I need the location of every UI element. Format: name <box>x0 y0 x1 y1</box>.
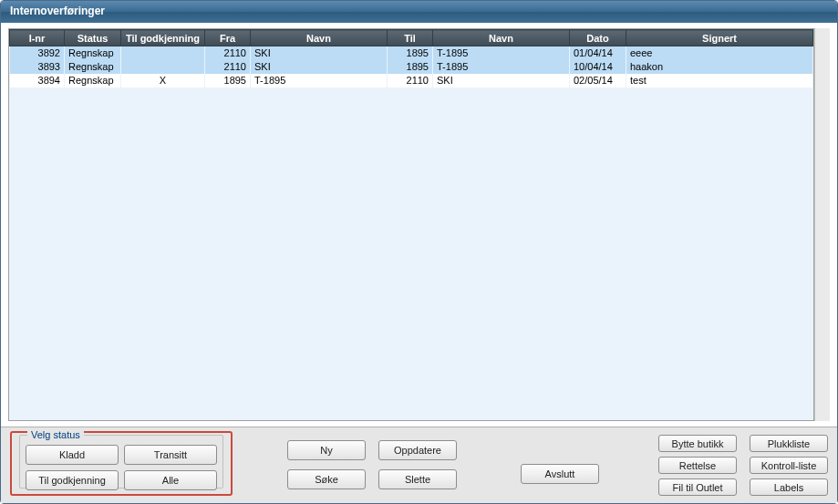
avslutt-group: Avslutt <box>521 431 599 496</box>
cell-navn1: T-1895 <box>251 74 388 87</box>
window-title: Internoverføringer <box>10 5 105 17</box>
cell-inr: 3892 <box>10 46 65 60</box>
fil-til-outlet-button[interactable]: Fil til Outlet <box>658 478 737 496</box>
content-area: I-nr Status Til godkjenning Fra Navn Til… <box>1 23 837 427</box>
col-status[interactable]: Status <box>65 30 121 46</box>
col-til[interactable]: Til <box>388 30 433 46</box>
cell-status: Regnskap <box>65 46 121 60</box>
cell-status: Regnskap <box>65 74 121 87</box>
col-fra[interactable]: Fra <box>205 30 251 46</box>
slette-button[interactable]: Slette <box>378 469 457 489</box>
til-godkjenning-button[interactable]: Til godkjenning <box>26 470 119 490</box>
table-row[interactable]: 3892Regnskap2110SKI1895T-189501/04/14eee… <box>10 46 813 60</box>
col-dato[interactable]: Dato <box>570 30 626 46</box>
vertical-scrollbar[interactable] <box>814 28 830 421</box>
kontroll-liste-button[interactable]: Kontroll-liste <box>750 457 828 474</box>
mid-button-group: Ny Søke Oppdatere Slette <box>287 431 457 496</box>
titlebar: Internoverføringer <box>1 1 837 23</box>
cell-signert: eeee <box>626 46 813 60</box>
grid-header: I-nr Status Til godkjenning Fra Navn Til… <box>10 30 813 46</box>
avslutt-button[interactable]: Avslutt <box>521 464 599 484</box>
cell-navn2: T-1895 <box>433 46 570 60</box>
bytte-butikk-button[interactable]: Bytte butikk <box>658 435 737 452</box>
data-grid[interactable]: I-nr Status Til godkjenning Fra Navn Til… <box>9 29 813 87</box>
soke-button[interactable]: Søke <box>287 469 366 489</box>
col-tg[interactable]: Til godkjenning <box>121 30 205 46</box>
cell-fra: 1895 <box>205 74 251 87</box>
kladd-button[interactable]: Kladd <box>26 445 119 465</box>
cell-signert: test <box>626 74 813 87</box>
cell-navn1: SKI <box>251 60 388 74</box>
velg-status-highlight: Velg status Kladd Transitt Til godkjenni… <box>10 431 233 496</box>
cell-til: 1895 <box>388 46 433 60</box>
cell-signert: haakon <box>626 60 813 74</box>
col-navn1[interactable]: Navn <box>251 30 388 46</box>
velg-status-legend: Velg status <box>27 429 84 440</box>
cell-tg <box>121 60 205 74</box>
grid-body: 3892Regnskap2110SKI1895T-189501/04/14eee… <box>10 46 813 87</box>
cell-til: 1895 <box>388 60 433 74</box>
table-row[interactable]: 3893Regnskap2110SKI1895T-189510/04/14haa… <box>10 60 813 74</box>
right-button-group: Bytte butikk Rettelse Fil til Outlet Plu… <box>658 431 828 496</box>
cell-dato: 01/04/14 <box>570 46 626 60</box>
ny-button[interactable]: Ny <box>287 440 366 460</box>
cell-dato: 10/04/14 <box>570 60 626 74</box>
rettelse-button[interactable]: Rettelse <box>658 457 737 474</box>
cell-fra: 2110 <box>205 60 251 74</box>
footer-toolbar: Velg status Kladd Transitt Til godkjenni… <box>1 427 837 503</box>
cell-inr: 3894 <box>10 74 65 87</box>
velg-status-group: Velg status Kladd Transitt Til godkjenni… <box>19 435 223 489</box>
col-signert[interactable]: Signert <box>626 30 813 46</box>
cell-navn2: T-1895 <box>433 60 570 74</box>
grid-wrap: I-nr Status Til godkjenning Fra Navn Til… <box>8 28 814 421</box>
cell-status: Regnskap <box>65 60 121 74</box>
oppdatere-button[interactable]: Oppdatere <box>378 440 457 460</box>
cell-til: 2110 <box>388 74 433 87</box>
cell-fra: 2110 <box>205 46 251 60</box>
plukkliste-button[interactable]: Plukkliste <box>750 435 828 452</box>
alle-button[interactable]: Alle <box>124 470 217 490</box>
table-row[interactable]: 3894RegnskapX1895T-18952110SKI02/05/14te… <box>10 74 813 87</box>
cell-tg: X <box>121 74 205 87</box>
cell-dato: 02/05/14 <box>570 74 626 87</box>
transitt-button[interactable]: Transitt <box>124 445 217 465</box>
col-navn2[interactable]: Navn <box>433 30 570 46</box>
cell-navn1: SKI <box>251 46 388 60</box>
cell-inr: 3893 <box>10 60 65 74</box>
col-inr[interactable]: I-nr <box>10 30 65 46</box>
cell-navn2: SKI <box>433 74 570 87</box>
labels-button[interactable]: Labels <box>750 478 828 496</box>
window: Internoverføringer <box>0 0 838 504</box>
cell-tg <box>121 46 205 60</box>
